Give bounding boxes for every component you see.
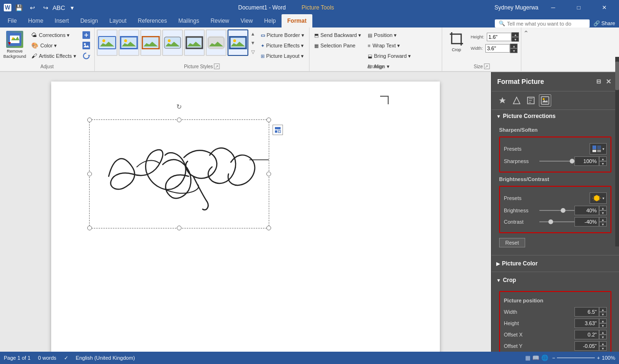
handle-top-left[interactable] bbox=[87, 118, 92, 122]
style-thumb-2[interactable] bbox=[118, 29, 139, 56]
crop-section-header[interactable]: ▼ Crop bbox=[492, 274, 619, 286]
styles-scroll-up[interactable]: ▲ bbox=[249, 29, 257, 38]
panel-tab-shape[interactable] bbox=[510, 94, 523, 107]
tab-references[interactable]: References bbox=[132, 14, 173, 27]
tab-layout[interactable]: Layout bbox=[104, 14, 132, 27]
picture-styles-expand-icon[interactable]: ↗ bbox=[214, 64, 219, 69]
height-input[interactable] bbox=[487, 33, 511, 41]
tab-review[interactable]: Review bbox=[205, 14, 235, 27]
panel-tab-effects[interactable] bbox=[496, 94, 509, 107]
print-layout-button[interactable]: ▦ bbox=[525, 355, 530, 361]
zoom-in-button[interactable]: + bbox=[597, 355, 600, 361]
crop-height-input[interactable] bbox=[574, 318, 599, 328]
handle-bottom-right[interactable] bbox=[266, 226, 271, 230]
panel-shrink-icon[interactable]: ⊟ bbox=[596, 78, 601, 85]
style-thumb-7[interactable] bbox=[228, 29, 248, 56]
style-thumb-5[interactable] bbox=[184, 29, 205, 56]
redo-button[interactable]: ↪ bbox=[40, 2, 51, 13]
contrast-up[interactable]: ▲ bbox=[599, 217, 607, 222]
brightness-up[interactable]: ▲ bbox=[599, 206, 607, 210]
tab-insert[interactable]: Insert bbox=[49, 14, 74, 27]
panel-tab-size-position[interactable] bbox=[525, 94, 537, 107]
sharpness-down[interactable]: ▼ bbox=[599, 161, 607, 166]
crop-width-down[interactable]: ▼ bbox=[599, 312, 607, 317]
selection-pane-button[interactable]: ▦ Selection Pane bbox=[311, 41, 364, 50]
style-thumb-6[interactable] bbox=[206, 29, 227, 56]
close-button[interactable]: ✕ bbox=[593, 0, 615, 15]
wrap-text-button[interactable]: ≡ Wrap Text ▾ bbox=[365, 41, 414, 50]
sharpness-input[interactable] bbox=[574, 156, 599, 166]
corrections-button[interactable]: 🌤 Corrections ▾ bbox=[28, 30, 79, 40]
styles-expand[interactable]: ▽ bbox=[249, 47, 257, 56]
brightness-down[interactable]: ▼ bbox=[599, 210, 607, 215]
rotate-handle[interactable]: ↻ bbox=[175, 103, 183, 110]
zoom-slider[interactable] bbox=[557, 357, 595, 358]
bring-forward-button[interactable]: ⬓ Bring Forward ▾ bbox=[365, 51, 414, 61]
size-expand-icon[interactable]: ↗ bbox=[484, 64, 490, 69]
offset-x-input[interactable] bbox=[574, 330, 599, 339]
crop-button[interactable]: Crop bbox=[444, 29, 469, 52]
width-input[interactable] bbox=[485, 44, 510, 53]
handle-bottom-middle[interactable] bbox=[177, 226, 182, 230]
search-input[interactable] bbox=[507, 21, 583, 27]
read-mode-button[interactable]: 📖 bbox=[532, 355, 539, 361]
share-button[interactable]: 🔗 Share bbox=[593, 20, 615, 27]
tab-help[interactable]: Help bbox=[258, 14, 282, 27]
remove-background-button[interactable]: Remove Background bbox=[2, 29, 27, 61]
offset-x-up[interactable]: ▲ bbox=[599, 330, 607, 335]
brightness-slider[interactable] bbox=[539, 210, 575, 211]
height-spin-up[interactable]: ▲ bbox=[511, 32, 519, 37]
crop-width-up[interactable]: ▲ bbox=[599, 307, 607, 312]
height-spin-down[interactable]: ▼ bbox=[511, 37, 519, 42]
contrast-down[interactable]: ▼ bbox=[599, 222, 607, 227]
panel-close-button[interactable]: ✕ bbox=[604, 77, 613, 86]
brightness-presets-button[interactable]: ▾ bbox=[590, 192, 607, 204]
artistic-effects-button[interactable]: 🖌 Artistic Effects ▾ bbox=[28, 51, 79, 61]
offset-y-down[interactable]: ▼ bbox=[599, 346, 607, 351]
panel-tab-picture[interactable] bbox=[539, 94, 551, 107]
color-button[interactable]: 🎨 Color ▾ bbox=[28, 41, 79, 50]
contrast-slider[interactable] bbox=[539, 221, 575, 222]
position-button[interactable]: ▤ Position ▾ bbox=[365, 30, 414, 40]
handle-middle-left[interactable] bbox=[87, 172, 92, 176]
tab-view[interactable]: View bbox=[235, 14, 259, 27]
collapse-ribbon-button[interactable]: ⌃ bbox=[523, 29, 529, 37]
spellcheck-button[interactable]: ABC bbox=[53, 2, 64, 13]
undo-button[interactable]: ↩ bbox=[27, 2, 38, 13]
handle-middle-right[interactable] bbox=[266, 172, 271, 176]
tab-format[interactable]: Format bbox=[282, 14, 312, 27]
picture-color-header[interactable]: ▶ Picture Color bbox=[492, 257, 619, 270]
send-backward-button[interactable]: ⬒ Send Backward ▾ bbox=[311, 30, 364, 40]
handle-bottom-left[interactable] bbox=[87, 226, 92, 230]
width-spin-down[interactable]: ▼ bbox=[510, 48, 518, 53]
customize-qat-button[interactable]: ▾ bbox=[66, 2, 78, 13]
tab-mailings[interactable]: Mailings bbox=[173, 14, 205, 27]
offset-x-down[interactable]: ▼ bbox=[599, 335, 607, 339]
style-thumb-4[interactable] bbox=[162, 29, 183, 56]
compress-button[interactable] bbox=[80, 30, 92, 40]
change-picture-button[interactable] bbox=[80, 41, 92, 50]
styles-scroll-down[interactable]: ▼ bbox=[249, 38, 257, 47]
contrast-input[interactable] bbox=[574, 217, 599, 227]
offset-y-up[interactable]: ▲ bbox=[599, 341, 607, 346]
style-thumb-3[interactable] bbox=[140, 29, 161, 56]
zoom-out-button[interactable]: − bbox=[552, 355, 555, 361]
picture-corrections-header[interactable]: ▼ Picture Corrections bbox=[492, 110, 619, 122]
handle-top-right[interactable] bbox=[266, 118, 271, 122]
offset-y-input[interactable] bbox=[574, 341, 599, 351]
maximize-button[interactable]: □ bbox=[568, 0, 590, 15]
picture-effects-button[interactable]: ✦ Picture Effects ▾ bbox=[258, 41, 307, 50]
crop-height-up[interactable]: ▲ bbox=[599, 318, 607, 323]
sharpness-slider[interactable] bbox=[539, 161, 575, 162]
picture-border-button[interactable]: ▭ Picture Border ▾ bbox=[258, 30, 307, 40]
crop-width-input[interactable] bbox=[574, 307, 599, 317]
width-spin-up[interactable]: ▲ bbox=[510, 44, 518, 48]
minimize-button[interactable]: ─ bbox=[542, 0, 564, 15]
sharpness-up[interactable]: ▲ bbox=[599, 156, 607, 161]
save-button[interactable]: 💾 bbox=[13, 2, 25, 13]
layout-options-icon[interactable] bbox=[273, 125, 283, 135]
tab-file[interactable]: File bbox=[2, 14, 22, 27]
reset-picture-button[interactable] bbox=[80, 51, 92, 61]
tab-home[interactable]: Home bbox=[22, 14, 49, 27]
brightness-input[interactable] bbox=[574, 206, 599, 215]
